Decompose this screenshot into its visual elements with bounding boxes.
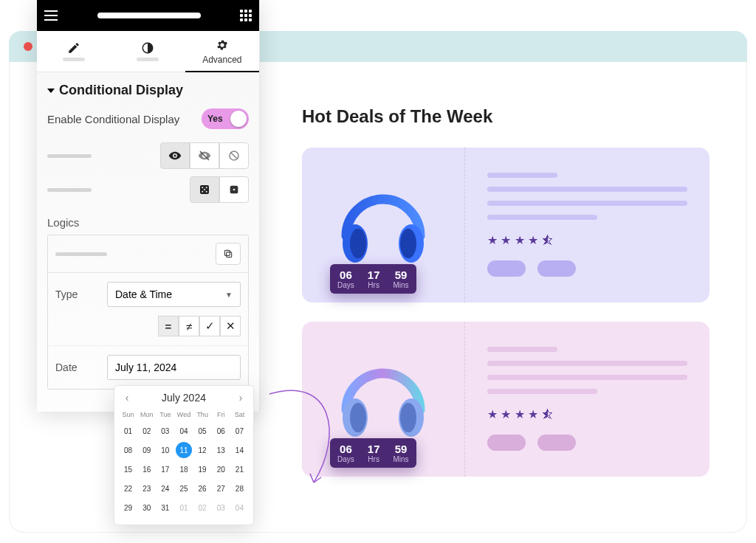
- cal-dow: Sat: [230, 408, 249, 421]
- cal-day[interactable]: 01: [120, 423, 137, 439]
- cal-day[interactable]: 11: [176, 442, 192, 458]
- cal-day[interactable]: 20: [213, 461, 229, 477]
- svg-point-20: [233, 189, 236, 191]
- cal-day[interactable]: 27: [213, 480, 229, 497]
- menu-icon[interactable]: [44, 10, 58, 21]
- action-pill[interactable]: [487, 260, 526, 277]
- cal-day[interactable]: 10: [157, 442, 173, 458]
- traffic-red: [24, 42, 32, 51]
- cal-day[interactable]: 04: [176, 423, 192, 439]
- enable-toggle[interactable]: Yes: [202, 108, 249, 129]
- svg-point-7: [400, 403, 416, 432]
- cal-day[interactable]: 22: [120, 480, 137, 497]
- editor-sidebar: Advanced Conditional Display Enable Cond…: [37, 0, 260, 412]
- stub-line: [47, 188, 92, 192]
- logics-label: Logics: [47, 216, 249, 229]
- cal-day[interactable]: 05: [194, 423, 210, 439]
- cd-mins: 59: [393, 269, 408, 281]
- cal-day[interactable]: 31: [157, 499, 173, 516]
- visibility-group: [160, 142, 249, 169]
- countdown: 06Days 17Hrs 59Mins: [330, 438, 416, 468]
- toggle-label: Enable Conditional Display: [47, 113, 179, 125]
- apps-icon[interactable]: [240, 10, 252, 21]
- action-pill[interactable]: [487, 435, 526, 451]
- cal-day[interactable]: 06: [213, 423, 229, 439]
- sidebar-topbar: [37, 0, 259, 31]
- cal-day[interactable]: 17: [157, 461, 173, 477]
- tab-advanced[interactable]: Advanced: [185, 31, 259, 72]
- toggle-knob: [230, 111, 247, 127]
- cal-dow: Wed: [174, 408, 193, 421]
- cal-day[interactable]: 26: [194, 480, 210, 497]
- copy-icon[interactable]: [216, 243, 241, 265]
- cal-day[interactable]: 04: [231, 499, 247, 516]
- op-remove[interactable]: ✕: [220, 316, 241, 336]
- cal-day[interactable]: 28: [231, 480, 247, 497]
- caret-icon: [47, 89, 55, 93]
- cal-day[interactable]: 08: [120, 442, 137, 458]
- cd-hrs: 17: [368, 269, 380, 281]
- cal-day[interactable]: 23: [139, 480, 155, 497]
- cal-day[interactable]: 07: [231, 423, 247, 439]
- tab-content[interactable]: [37, 31, 111, 72]
- headphones-icon: [331, 173, 435, 277]
- deal-card: 06Days 17Hrs 59Mins ★ ★ ★ ★ ⯪: [302, 322, 709, 477]
- cal-day[interactable]: 02: [194, 499, 210, 516]
- show-icon[interactable]: [160, 142, 190, 169]
- svg-point-3: [400, 229, 416, 258]
- svg-rect-22: [224, 250, 230, 255]
- card-body: ★ ★ ★ ★ ⯪: [464, 322, 709, 477]
- section-title: Conditional Display: [59, 83, 183, 98]
- cal-day[interactable]: 14: [231, 442, 247, 458]
- op-check[interactable]: ✓: [199, 316, 220, 336]
- cal-next-icon[interactable]: ›: [236, 392, 246, 404]
- cal-day[interactable]: 30: [139, 499, 155, 516]
- cal-day[interactable]: 21: [231, 461, 247, 477]
- cal-day[interactable]: 02: [139, 423, 155, 439]
- action-pill[interactable]: [537, 435, 576, 451]
- action-pill[interactable]: [537, 260, 576, 277]
- cal-prev-icon[interactable]: ‹: [122, 392, 132, 404]
- block-icon[interactable]: [219, 142, 249, 169]
- countdown: 06Days 17Hrs 59Mins: [330, 264, 416, 294]
- cal-day[interactable]: 18: [176, 461, 192, 477]
- cal-day[interactable]: 13: [213, 442, 229, 458]
- layout-group: [190, 176, 249, 203]
- tab-label: Advanced: [202, 55, 241, 65]
- grid-icon[interactable]: [190, 176, 219, 203]
- cal-day[interactable]: 25: [176, 480, 192, 497]
- cal-day[interactable]: 01: [176, 499, 192, 516]
- tab-style[interactable]: [111, 31, 185, 72]
- date-input[interactable]: July 11, 2024: [107, 355, 241, 380]
- hide-icon[interactable]: [190, 142, 219, 169]
- stub-line: [55, 252, 107, 256]
- single-icon[interactable]: [219, 176, 249, 203]
- svg-point-17: [206, 191, 207, 193]
- cal-day[interactable]: 03: [157, 423, 173, 439]
- cal-day[interactable]: 24: [157, 480, 173, 497]
- rating-stars: ★ ★ ★ ★ ⯪: [487, 407, 687, 421]
- card-image-area: 06Days 17Hrs 59Mins: [302, 322, 464, 477]
- pencil-icon: [67, 41, 80, 55]
- cal-day[interactable]: 12: [194, 442, 210, 458]
- chevron-down-icon: ▼: [225, 291, 233, 299]
- stub-line: [47, 154, 92, 158]
- op-not-equals[interactable]: ≠: [179, 316, 199, 336]
- logic-box: Type Date & Time ▼ = ≠ ✓ ✕ Date July 11,…: [47, 235, 249, 390]
- contrast-icon: [141, 41, 154, 55]
- cal-day[interactable]: 29: [120, 499, 137, 516]
- type-select[interactable]: Date & Time ▼: [107, 282, 241, 307]
- svg-point-2: [350, 229, 366, 258]
- cal-day[interactable]: 19: [194, 461, 210, 477]
- card-body: ★ ★ ★ ★ ⯪: [464, 148, 709, 302]
- page-title: Hot Deals of The Week: [302, 106, 709, 127]
- cal-day[interactable]: 15: [120, 461, 137, 477]
- cal-day[interactable]: 09: [139, 442, 155, 458]
- op-equals[interactable]: =: [158, 316, 179, 336]
- cal-day[interactable]: 16: [139, 461, 155, 477]
- operator-group: = ≠ ✓ ✕: [158, 316, 241, 336]
- cal-day[interactable]: 03: [213, 499, 229, 516]
- section-head[interactable]: Conditional Display: [47, 83, 249, 98]
- datepicker[interactable]: ‹ July 2024 › SunMonTueWedThuFriSat 0102…: [114, 385, 254, 525]
- cd-days: 06: [337, 269, 354, 281]
